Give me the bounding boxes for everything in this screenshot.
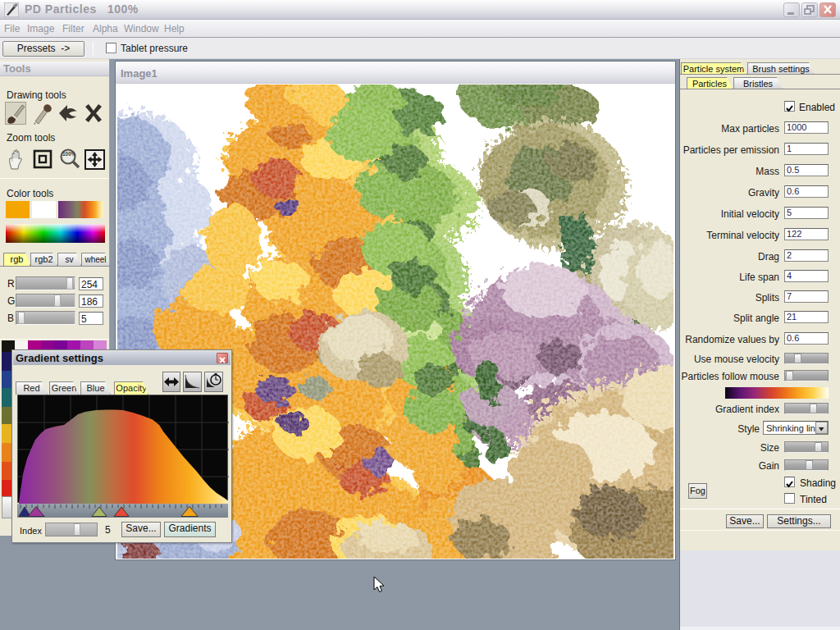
svg-text:100%: 100% bbox=[62, 151, 76, 157]
